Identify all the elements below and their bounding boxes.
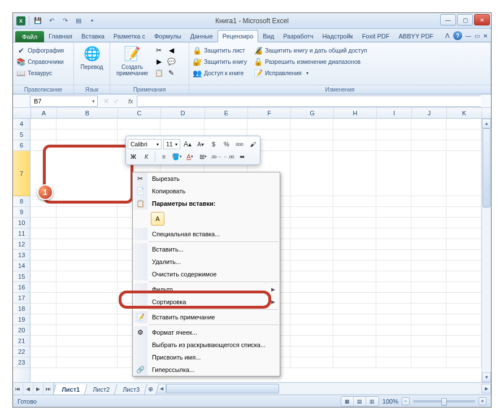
paste-option-values[interactable]: A — [151, 212, 164, 226]
redo-icon[interactable]: ↷ — [60, 16, 70, 26]
row-header[interactable]: 9 — [13, 207, 30, 218]
row-header[interactable]: 14 — [13, 261, 30, 271]
help-icon[interactable]: ? — [453, 31, 462, 40]
ctx-clear[interactable]: Очистить содержимое — [133, 268, 280, 280]
decrease-decimal-icon[interactable]: ←.00 — [223, 151, 234, 162]
row-header[interactable]: 21 — [13, 336, 30, 347]
name-box[interactable]: B7 — [30, 96, 98, 107]
tab-home[interactable]: Главная — [44, 31, 77, 42]
bold-icon[interactable]: Ж — [128, 151, 139, 162]
delete-comment-icon[interactable]: ✂ — [153, 45, 164, 56]
scroll-thumb[interactable] — [483, 128, 490, 207]
doc-close-icon[interactable]: ✕ — [483, 33, 488, 39]
fill-color-icon[interactable]: 🪣▾ — [171, 151, 183, 162]
row-header[interactable]: 20 — [13, 325, 30, 336]
row-header[interactable]: 12 — [13, 239, 30, 250]
sheet-nav-next[interactable]: ▶ — [33, 383, 44, 395]
row-header[interactable]: 22 — [13, 347, 30, 357]
tab-file[interactable]: Файл — [15, 31, 44, 42]
protect-workbook-button[interactable]: 🔐Защитить книгу — [193, 56, 247, 67]
sheet-nav-first[interactable]: ⏮ — [13, 383, 23, 395]
tab-foxit-pdf[interactable]: Foxit PDF — [358, 31, 394, 42]
translate-button[interactable]: 🌐 Перевод — [77, 45, 106, 70]
sheet-tab[interactable]: Лист1 — [53, 384, 88, 395]
formula-input[interactable] — [137, 96, 481, 107]
row-header[interactable]: 5 — [13, 129, 30, 140]
tab-review[interactable]: Рецензиро — [218, 30, 259, 42]
close-button[interactable]: ✕ — [474, 14, 490, 25]
col-header[interactable]: D — [161, 108, 205, 118]
fx-label[interactable]: fx — [125, 98, 137, 105]
ctx-insert[interactable]: Вставить... — [133, 243, 280, 256]
sheet-nav-prev[interactable]: ◀ — [23, 383, 33, 395]
ctx-filter[interactable]: Фильтр▶ — [133, 283, 280, 296]
doc-minimize-icon[interactable]: — — [466, 33, 471, 39]
col-header[interactable]: H — [334, 108, 377, 118]
select-all-corner[interactable] — [13, 108, 31, 118]
format-painter-icon[interactable]: 🖌 — [247, 138, 258, 150]
merge-icon[interactable]: ⬌ — [236, 151, 247, 162]
minimize-ribbon-icon[interactable]: ᐱ — [445, 32, 450, 40]
allow-ranges-button[interactable]: 🔓Разрешить изменение диапазонов — [254, 56, 367, 67]
qat-dropdown-icon[interactable]: ▾ — [87, 16, 97, 26]
accounting-format-icon[interactable]: $ — [208, 138, 219, 150]
undo-icon[interactable]: ↶ — [46, 16, 57, 26]
horizontal-scrollbar[interactable]: ◀ ▶ — [156, 383, 491, 395]
row-header[interactable]: 7 — [13, 151, 30, 196]
zoom-in-button[interactable]: + — [479, 397, 486, 405]
zoom-slider[interactable] — [413, 400, 475, 402]
ctx-define-name[interactable]: Присвоить имя... — [133, 351, 280, 363]
vertical-scrollbar[interactable]: ▲ ▼ — [481, 119, 491, 382]
share-workbook-button[interactable]: 👥Доступ к книге — [193, 67, 247, 79]
ctx-paste-special[interactable]: Специальная вставка... — [133, 228, 280, 240]
show-comment-icon[interactable]: 💬 — [166, 56, 177, 67]
ctx-pick-from-list[interactable]: Выбрать из раскрывающегося списка... — [133, 339, 280, 351]
thesaurus-button[interactable]: 📖Тезаурус — [16, 67, 64, 79]
col-header[interactable]: G — [291, 108, 334, 118]
tab-developer[interactable]: Разработч — [279, 31, 318, 42]
ctx-sort[interactable]: Сортировка▶ — [133, 296, 280, 308]
page-layout-view-button[interactable]: ▤ — [354, 397, 366, 406]
research-button[interactable]: 📚Справочники — [16, 56, 64, 67]
row-header[interactable]: 10 — [13, 218, 30, 228]
row-header[interactable]: 8 — [13, 196, 30, 207]
doc-restore-icon[interactable]: ▭ — [475, 33, 480, 39]
col-header[interactable]: F — [248, 108, 291, 118]
col-header[interactable]: C — [118, 108, 161, 118]
col-header[interactable]: E — [205, 108, 248, 118]
mini-font-select[interactable]: Calibri ▾ — [128, 139, 162, 149]
sheet-nav-last[interactable]: ⏭ — [44, 383, 54, 395]
comma-format-icon[interactable]: 000 — [234, 138, 245, 150]
zoom-level[interactable]: 100% — [383, 398, 398, 405]
col-header[interactable]: I — [377, 108, 412, 118]
zoom-out-button[interactable]: − — [402, 397, 410, 405]
normal-view-button[interactable]: ▦ — [341, 397, 354, 406]
row-header[interactable]: 11 — [13, 228, 30, 239]
italic-icon[interactable]: К — [141, 151, 152, 162]
save-icon[interactable]: 💾 — [33, 16, 43, 26]
borders-icon[interactable]: ⊞▾ — [197, 151, 208, 162]
tab-addins[interactable]: Надстройк — [318, 31, 357, 42]
hscroll-thumb[interactable] — [166, 384, 279, 393]
tab-view[interactable]: Вид — [258, 31, 279, 42]
mini-size-select[interactable]: 11▾ — [163, 139, 180, 149]
row-header[interactable]: 6 — [13, 140, 30, 151]
row-header[interactable]: 15 — [13, 271, 30, 282]
maximize-button[interactable]: ▢ — [457, 14, 473, 25]
col-header[interactable]: A — [31, 108, 57, 118]
protect-sheet-button[interactable]: 🔒Защитить лист — [193, 45, 247, 56]
next-comment-icon[interactable]: ▶ — [153, 56, 164, 67]
row-header[interactable]: 18 — [13, 304, 30, 314]
ctx-insert-comment[interactable]: 📝Вставить примечание — [133, 311, 280, 323]
col-header[interactable]: K — [447, 108, 482, 118]
font-color-icon[interactable]: A▾ — [184, 151, 195, 162]
ctx-hyperlink[interactable]: 🔗Гиперссылка... — [133, 363, 280, 376]
increase-decimal-icon[interactable]: .00→ — [210, 151, 221, 162]
tab-data[interactable]: Данные — [186, 31, 218, 42]
ctx-cut[interactable]: ✂Вырезать — [133, 172, 280, 185]
sheet-tab[interactable]: Лист3 — [114, 384, 149, 395]
ctx-copy[interactable]: 📄Копировать — [133, 185, 280, 197]
row-header[interactable]: 13 — [13, 250, 30, 261]
ctx-format-cells[interactable]: ⚙Формат ячеек... — [133, 326, 280, 339]
page-break-view-button[interactable]: ▥ — [366, 397, 379, 406]
